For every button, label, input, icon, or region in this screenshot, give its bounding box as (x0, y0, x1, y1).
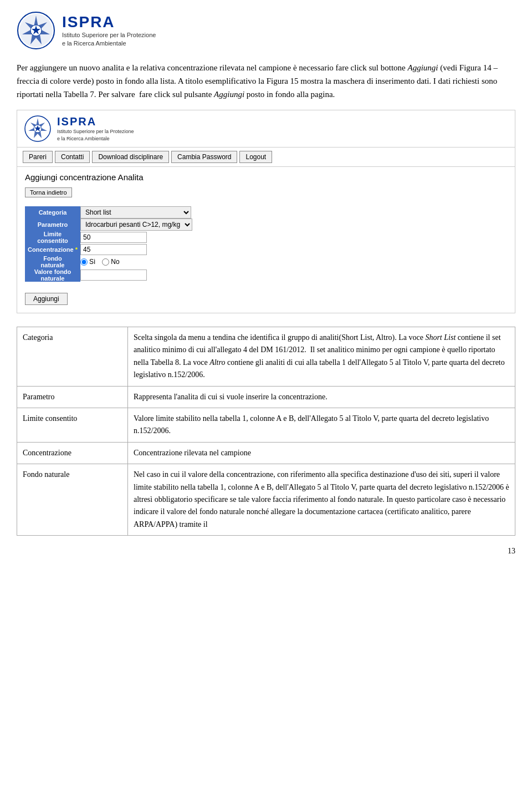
row-valore-fondo: Valore fondonaturale (25, 268, 192, 282)
row-parametro: Parametro Idrocarburi pesanti C>12, mg/k… (25, 218, 192, 231)
form-section: ISPRA Istituto Superiore per la Protezio… (17, 110, 515, 313)
desc-term-parametro: Parametro (17, 386, 128, 408)
radio-si[interactable] (80, 258, 88, 266)
input-concentrazione[interactable] (80, 244, 192, 255)
desc-row-parametro: Parametro Rappresenta l'analita di cui s… (17, 386, 515, 408)
desc-def-categoria: Scelta singola da menu a tendina che ide… (128, 327, 515, 387)
data-entry-table: Categoria Short list Altro Parametro Idr… (25, 206, 192, 282)
input-valore-fondo[interactable] (80, 268, 192, 282)
row-categoria: Categoria Short list Altro (25, 206, 192, 218)
label-fondo: Fondonaturale (25, 255, 80, 268)
categoria-select[interactable]: Short list Altro (80, 206, 191, 218)
radio-si-label[interactable]: Sì (80, 258, 95, 266)
desc-row-fondo: Fondo naturale Nel caso in cui il valore… (17, 464, 515, 536)
radio-no-text: No (111, 258, 119, 266)
page-number: 13 (17, 547, 515, 556)
row-limite: Limiteconsentito (25, 231, 192, 244)
limite-input[interactable] (80, 232, 147, 243)
desc-row-categoria: Categoria Scelta singola da menu a tendi… (17, 327, 515, 387)
desc-def-concentrazione: Concentrazione rilevata nel campione (128, 442, 515, 464)
row-concentrazione: Concentrazione (25, 244, 192, 255)
input-limite[interactable] (80, 231, 192, 244)
intro-paragraph: Per aggiungere un nuovo analita e la rel… (17, 61, 515, 101)
radio-si-text: Sì (89, 258, 95, 266)
desc-term-limite: Limite consentito (17, 408, 128, 442)
desc-term-fondo: Fondo naturale (17, 464, 128, 536)
page-header: ISPRA Istituto Superiore per la Protezio… (17, 11, 515, 50)
form-header: ISPRA Istituto Superiore per la Protezio… (17, 110, 515, 148)
radio-no[interactable] (102, 258, 109, 266)
nav-logout[interactable]: Logout (239, 151, 272, 163)
label-parametro: Parametro (25, 218, 80, 231)
org-subtitle: Istituto Superiore per la Protezione e l… (62, 31, 156, 48)
descriptions-table: Categoria Scelta singola da menu a tendi… (17, 327, 515, 536)
ispra-logo-icon (17, 11, 55, 50)
radio-no-label[interactable]: No (102, 258, 119, 266)
parametro-select[interactable]: Idrocarburi pesanti C>12, mg/kg (80, 218, 192, 231)
valore-fondo-input[interactable] (80, 270, 147, 281)
ispra-logo-text: ISPRA Istituto Superiore per la Protezio… (62, 13, 156, 48)
desc-def-fondo: Nel caso in cui il valore della concentr… (128, 464, 515, 536)
form-header-logo-icon (24, 115, 52, 143)
back-button[interactable]: Torna indietro (25, 187, 72, 197)
nav-bar: Pareri Contatti Download disciplinare Ca… (17, 148, 515, 167)
nav-cambia-password[interactable]: Cambia Password (171, 151, 237, 163)
concentrazione-input[interactable] (80, 244, 147, 255)
fondo-radio-group: Sì No (80, 258, 192, 266)
input-fondo[interactable]: Sì No (80, 255, 192, 268)
nav-download[interactable]: Download disciplinare (92, 151, 169, 163)
desc-def-parametro: Rappresenta l'analita di cui si vuole in… (128, 386, 515, 408)
form-title: Aggiungi concentrazione Analita (25, 172, 507, 182)
aggiungi-button[interactable]: Aggiungi (25, 293, 68, 305)
nav-contatti[interactable]: Contatti (55, 151, 90, 163)
row-fondo-naturale: Fondonaturale Sì No (25, 255, 192, 268)
label-concentrazione: Concentrazione (25, 244, 80, 255)
form-header-logo-text: ISPRA Istituto Superiore per la Protezio… (57, 115, 134, 142)
desc-term-concentrazione: Concentrazione (17, 442, 128, 464)
desc-term-categoria: Categoria (17, 327, 128, 387)
desc-row-limite: Limite consentito Valore limite stabilit… (17, 408, 515, 442)
nav-pareri[interactable]: Pareri (23, 151, 53, 163)
input-parametro[interactable]: Idrocarburi pesanti C>12, mg/kg (80, 218, 192, 231)
desc-row-concentrazione: Concentrazione Concentrazione rilevata n… (17, 442, 515, 464)
form-header-org-name: ISPRA (57, 115, 134, 128)
desc-def-limite: Valore limite stabilito nella tabella 1,… (128, 408, 515, 442)
form-content: Aggiungi concentrazione Analita Torna in… (17, 167, 515, 313)
input-categoria[interactable]: Short list Altro (80, 206, 192, 218)
label-valore-fondo: Valore fondonaturale (25, 268, 80, 282)
form-header-subtitle: Istituto Superiore per la Protezione e l… (57, 128, 134, 142)
label-categoria: Categoria (25, 206, 80, 218)
org-name: ISPRA (62, 13, 156, 31)
label-limite: Limiteconsentito (25, 231, 80, 244)
